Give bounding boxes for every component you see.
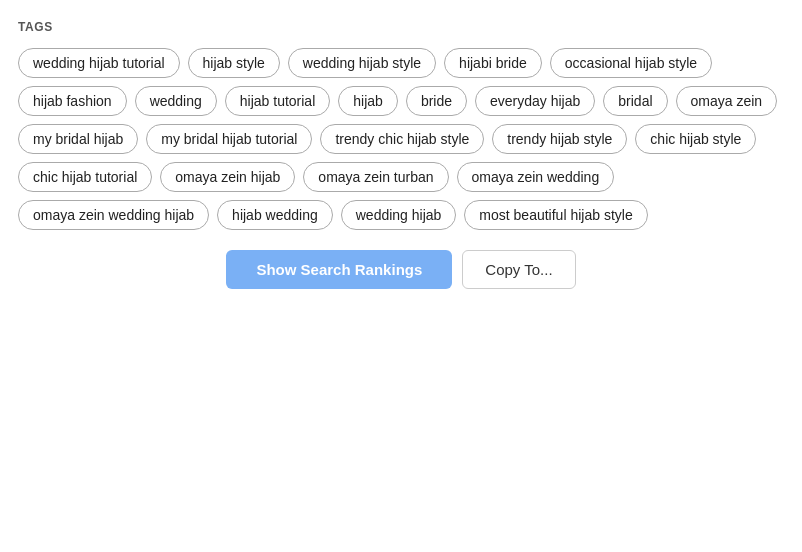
tag-item[interactable]: wedding hijab tutorial (18, 48, 180, 78)
tag-item[interactable]: most beautiful hijab style (464, 200, 647, 230)
show-search-rankings-button[interactable]: Show Search Rankings (226, 250, 452, 289)
tag-item[interactable]: bridal (603, 86, 667, 116)
tag-item[interactable]: bride (406, 86, 467, 116)
tag-item[interactable]: trendy chic hijab style (320, 124, 484, 154)
tags-section-title: TAGS (18, 20, 784, 34)
tag-item[interactable]: wedding hijab (341, 200, 457, 230)
tag-item[interactable]: wedding (135, 86, 217, 116)
tag-item[interactable]: omaya zein wedding (457, 162, 615, 192)
tag-item[interactable]: hijab style (188, 48, 280, 78)
tag-item[interactable]: my bridal hijab (18, 124, 138, 154)
tag-item[interactable]: everyday hijab (475, 86, 595, 116)
tag-item[interactable]: hijab wedding (217, 200, 333, 230)
tag-item[interactable]: chic hijab style (635, 124, 756, 154)
tag-item[interactable]: omaya zein (676, 86, 778, 116)
tag-item[interactable]: hijab tutorial (225, 86, 331, 116)
tag-item[interactable]: omaya zein wedding hijab (18, 200, 209, 230)
tag-item[interactable]: chic hijab tutorial (18, 162, 152, 192)
tags-area: wedding hijab tutorialhijab stylewedding… (18, 48, 784, 230)
tag-item[interactable]: trendy hijab style (492, 124, 627, 154)
footer-buttons: Show Search Rankings Copy To... (18, 250, 784, 289)
tag-item[interactable]: omaya zein turban (303, 162, 448, 192)
tag-item[interactable]: omaya zein hijab (160, 162, 295, 192)
tag-item[interactable]: hijab (338, 86, 398, 116)
tag-item[interactable]: hijab fashion (18, 86, 127, 116)
tag-item[interactable]: my bridal hijab tutorial (146, 124, 312, 154)
copy-to-button[interactable]: Copy To... (462, 250, 575, 289)
tag-item[interactable]: hijabi bride (444, 48, 542, 78)
tag-item[interactable]: occasional hijab style (550, 48, 712, 78)
main-container: TAGS wedding hijab tutorialhijab stylewe… (0, 0, 802, 309)
tag-item[interactable]: wedding hijab style (288, 48, 436, 78)
